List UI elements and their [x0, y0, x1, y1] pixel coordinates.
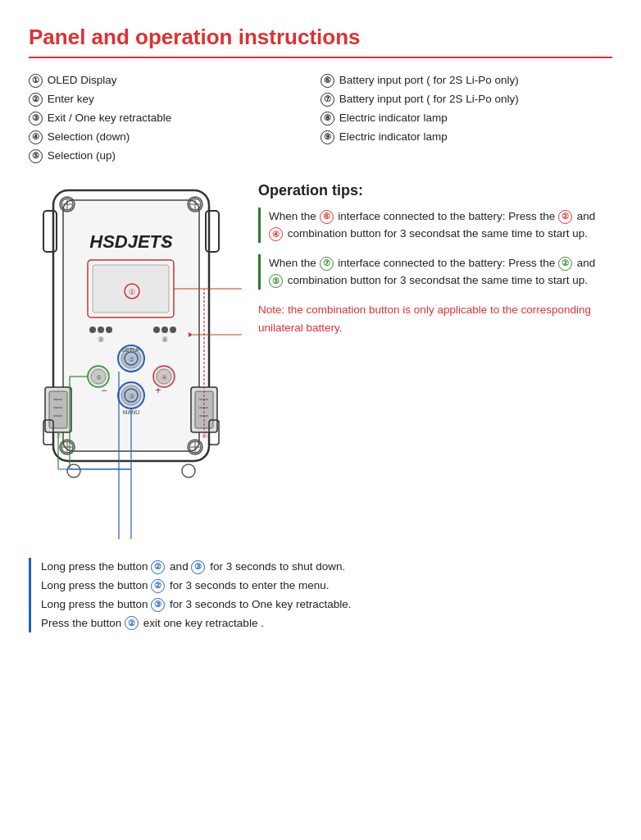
legend-item-1: ① OLED Display — [29, 71, 320, 90]
device-svg: HSDJETS • ① ⑨ ⑧ — [29, 182, 242, 539]
svg-text:⑨: ⑨ — [98, 336, 104, 344]
svg-point-31 — [153, 326, 160, 333]
bottom-line4: Press the button ② exit one key retracta… — [41, 614, 612, 633]
bottom-line3: Long press the button ③ for 3 seconds to… — [41, 596, 612, 614]
legend-item-7: ⑦ Battery input port ( for 2S Li-Po only… — [320, 90, 612, 109]
svg-text:②: ② — [129, 356, 134, 363]
svg-point-78 — [67, 464, 80, 477]
svg-text:①: ① — [129, 288, 135, 296]
tip-block-1: When the ⑥ interface connected to the ba… — [258, 208, 612, 243]
svg-rect-56 — [49, 391, 67, 428]
svg-point-27 — [89, 326, 96, 333]
svg-text:+: + — [155, 385, 161, 396]
svg-point-32 — [161, 326, 168, 333]
tips-section: Operation tips: When the ⑥ interface con… — [258, 182, 612, 337]
svg-point-29 — [106, 326, 112, 333]
main-area: HSDJETS • ① ⑨ ⑧ — [29, 182, 612, 541]
bottom-line2: Long press the button ② for 3 seconds to… — [41, 577, 612, 596]
legend-col2: ⑥ Battery input port ( for 2S Li-Po only… — [320, 71, 612, 166]
svg-text:HSDJETS: HSDJETS — [89, 231, 173, 252]
svg-text:⑥: ⑥ — [202, 432, 207, 440]
svg-point-79 — [182, 464, 195, 477]
bottom-instructions: Long press the button ② and ③ for 3 seco… — [29, 558, 612, 633]
svg-rect-18 — [43, 211, 57, 252]
svg-point-28 — [98, 326, 104, 333]
svg-text:③: ③ — [129, 393, 134, 400]
svg-text:SETUP: SETUP — [121, 347, 141, 353]
legend-item-5: ⑤ Selection (up) — [29, 147, 320, 166]
legend-item-8: ⑧ Electric indicator lamp — [320, 109, 612, 128]
tip2-text: When the ⑦ interface connected to the ba… — [269, 254, 612, 290]
legend-item-9: ⑨ Electric indicator lamp — [320, 128, 612, 147]
svg-rect-19 — [206, 211, 219, 252]
svg-text:⑤: ⑤ — [96, 374, 102, 381]
tip-block-2: When the ⑦ interface connected to the ba… — [258, 254, 612, 290]
legend-item-6: ⑥ Battery input port ( for 2S Li-Po only… — [320, 71, 612, 90]
legend-item-3: ③ Exit / One key retractable — [29, 109, 320, 128]
tips-title: Operation tips: — [258, 182, 612, 199]
tip1-text: When the ⑥ interface connected to the ba… — [269, 208, 612, 243]
svg-text:•: • — [164, 237, 167, 249]
page-title: Panel and operation instructions — [29, 25, 612, 50]
bottom-line1: Long press the button ② and ③ for 3 seco… — [41, 558, 612, 577]
legend-item-4: ④ Selection (down) — [29, 128, 320, 147]
svg-text:④: ④ — [161, 374, 167, 381]
svg-text:⑧: ⑧ — [161, 336, 168, 344]
title-divider — [29, 57, 612, 58]
svg-point-33 — [170, 326, 176, 333]
legend-item-2: ② Enter key — [29, 90, 320, 109]
svg-text:−: − — [101, 385, 107, 396]
legend-col1: ① OLED Display ② Enter key ③ Exit / One … — [29, 71, 320, 166]
note-block: Note: the combination button is only app… — [258, 301, 612, 336]
legend: ① OLED Display ② Enter key ③ Exit / One … — [29, 71, 612, 166]
note-text: Note: the combination button is only app… — [258, 301, 612, 336]
device-panel: HSDJETS • ① ⑨ ⑧ — [29, 182, 242, 541]
